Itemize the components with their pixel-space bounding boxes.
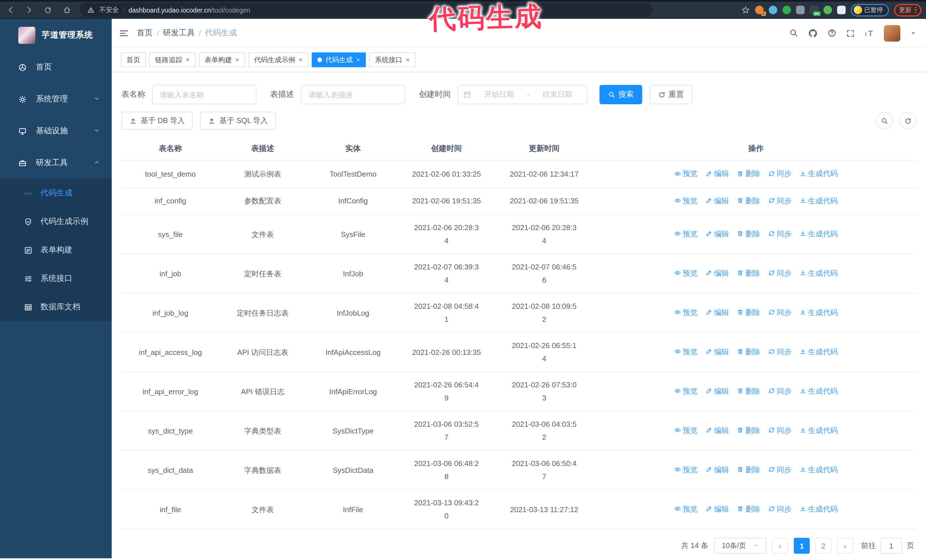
action-编辑[interactable]: 编辑 [705,424,729,437]
action-同步[interactable]: 同步 [768,267,791,280]
action-编辑[interactable]: 编辑 [705,385,729,398]
tab-系统接口[interactable]: 系统接口× [369,53,415,67]
sidebar-subitem-codegen[interactable]: </>代码生成 [0,179,112,207]
action-预览[interactable]: 预览 [674,503,698,516]
close-icon[interactable]: × [356,56,360,63]
breadcrumb-item[interactable]: 研发工具 [163,28,195,38]
action-编辑[interactable]: 编辑 [705,167,729,180]
close-icon[interactable]: × [235,56,239,63]
action-生成代码[interactable]: 生成代码 [799,424,838,437]
search-icon[interactable] [789,29,798,38]
extension-green-check-icon[interactable] [782,6,791,14]
action-预览[interactable]: 预览 [674,267,698,280]
action-同步[interactable]: 同步 [768,194,791,207]
url-bar[interactable]: 不安全 dashboard.yudao.iocoder.cn/tool/code… [80,3,652,17]
github-icon[interactable] [808,28,818,38]
action-删除[interactable]: 删除 [737,194,760,207]
browser-update-button[interactable]: 更新 [894,4,921,16]
user-avatar[interactable] [884,25,900,41]
close-icon[interactable]: × [186,56,190,63]
action-生成代码[interactable]: 生成代码 [799,385,838,398]
date-range-picker[interactable]: 开始日期 - 结束日期 [458,85,587,104]
sidebar-subitem-form-builder[interactable]: 表单构建 [0,236,112,264]
import-sql-button[interactable]: 基于 SQL 导入 [200,112,276,130]
action-删除[interactable]: 删除 [737,385,760,398]
sidebar-subitem-db-doc[interactable]: 数据库文档 [0,293,112,321]
action-删除[interactable]: 删除 [737,424,760,437]
home-icon[interactable] [62,5,71,15]
import-db-button[interactable]: 基于 DB 导入 [121,112,193,130]
sidebar-item-devtools[interactable]: 研发工具 [0,147,112,179]
action-同步[interactable]: 同步 [768,345,791,358]
tab-代码生成[interactable]: 代码生成× [312,53,366,67]
action-编辑[interactable]: 编辑 [705,194,729,207]
search-button[interactable]: 搜索 [599,85,642,104]
sidebar-subitem-codegen-example[interactable]: 代码生成示例 [0,207,112,236]
help-icon[interactable] [828,29,837,38]
action-生成代码[interactable]: 生成代码 [799,345,838,358]
extension-lime-icon[interactable] [823,6,832,14]
kebab-menu-icon[interactable] [915,7,916,14]
action-编辑[interactable]: 编辑 [705,306,729,319]
extension-puzzle-icon[interactable] [837,6,845,14]
action-编辑[interactable]: 编辑 [705,503,729,516]
action-预览[interactable]: 预览 [674,424,698,437]
page-button-1[interactable]: 1 [794,538,810,554]
action-生成代码[interactable]: 生成代码 [799,267,838,280]
extension-gray-icon[interactable] [796,6,804,14]
table-desc-input[interactable] [301,85,405,104]
action-同步[interactable]: 同步 [768,227,791,240]
action-预览[interactable]: 预览 [674,463,698,476]
action-生成代码[interactable]: 生成代码 [799,227,838,240]
breadcrumb-item[interactable]: 首页 [137,28,153,38]
action-同步[interactable]: 同步 [768,167,791,180]
reload-icon[interactable] [43,5,53,15]
close-icon[interactable]: × [406,56,410,63]
fullscreen-icon[interactable] [846,29,855,37]
action-编辑[interactable]: 编辑 [705,345,729,358]
action-生成代码[interactable]: 生成代码 [799,306,838,319]
action-编辑[interactable]: 编辑 [705,227,729,240]
next-page-button[interactable]: › [837,538,853,554]
toggle-search-button[interactable] [876,112,893,129]
back-icon[interactable] [6,5,15,15]
close-icon[interactable]: × [299,56,303,63]
bookmark-star-icon[interactable] [741,6,750,14]
font-size-icon[interactable]: tT [864,28,874,38]
page-size-select[interactable]: 10条/页 [714,538,766,554]
action-预览[interactable]: 预览 [674,167,698,180]
extension-orange-icon[interactable]: 1 [755,6,763,14]
action-生成代码[interactable]: 生成代码 [799,503,838,516]
refresh-table-button[interactable] [899,112,916,129]
action-预览[interactable]: 预览 [674,194,698,207]
action-预览[interactable]: 预览 [674,306,698,319]
prev-page-button[interactable]: ‹ [772,538,788,554]
action-预览[interactable]: 预览 [674,345,698,358]
tab-表单构建[interactable]: 表单构建× [199,53,245,67]
sidebar-item-system[interactable]: 系统管理 [0,83,112,115]
hamburger-icon[interactable] [119,28,129,38]
action-删除[interactable]: 删除 [737,463,760,476]
action-删除[interactable]: 删除 [737,345,760,358]
action-同步[interactable]: 同步 [768,306,791,319]
profile-paused-chip[interactable]: 已暂停 [850,4,889,16]
action-同步[interactable]: 同步 [768,424,791,437]
tab-代码生成示例[interactable]: 代码生成示例× [248,53,308,67]
action-预览[interactable]: 预览 [674,227,698,240]
action-删除[interactable]: 删除 [737,227,760,240]
sidebar-item-infra[interactable]: 基础设施 [0,115,112,147]
sidebar-item-home[interactable]: 首页 [0,51,112,83]
reset-button[interactable]: 重置 [650,85,692,104]
table-name-input[interactable] [152,85,256,104]
sidebar-subitem-system-api[interactable]: 系统接口 [0,264,112,293]
action-删除[interactable]: 删除 [737,503,760,516]
action-编辑[interactable]: 编辑 [705,463,729,476]
forward-icon[interactable] [24,5,33,15]
extension-gem-icon[interactable] [769,6,777,14]
avatar-caret-icon[interactable] [910,30,916,36]
action-删除[interactable]: 删除 [737,306,760,319]
action-生成代码[interactable]: 生成代码 [799,463,838,476]
action-编辑[interactable]: 编辑 [705,267,729,280]
tab-首页[interactable]: 首页 [121,53,146,67]
goto-page-input[interactable] [881,538,902,554]
